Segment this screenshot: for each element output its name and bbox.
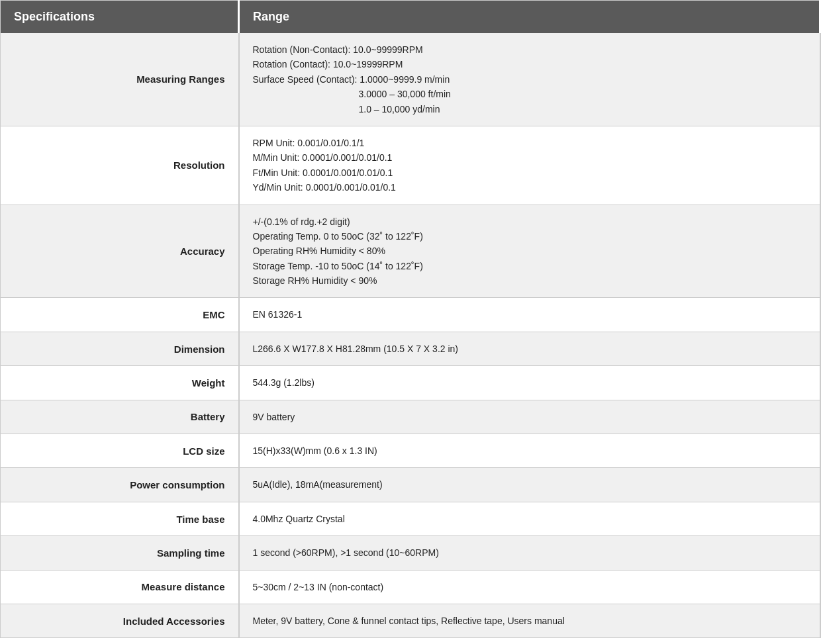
- spec-value: +/-(0.1% of rdg.+2 digit)Operating Temp.…: [239, 205, 820, 298]
- spec-value: 544.3g (1.2lbs): [239, 366, 820, 400]
- spec-value: 5~30cm / 2~13 IN (non-contact): [239, 570, 820, 604]
- table-row: ResolutionRPM Unit: 0.001/0.01/0.1/1M/Mi…: [1, 126, 820, 205]
- table-row: Measure distance5~30cm / 2~13 IN (non-co…: [1, 570, 820, 604]
- table-row: Included AccessoriesMeter, 9V battery, C…: [1, 604, 820, 637]
- table-row: DimensionL266.6 X W177.8 X H81.28mm (10.…: [1, 332, 820, 365]
- table-row: Sampling time1 second (>60RPM), >1 secon…: [1, 536, 820, 570]
- spec-label: Measure distance: [1, 570, 239, 604]
- table-row: Battery9V battery: [1, 400, 820, 434]
- spec-label: Measuring Ranges: [1, 33, 239, 126]
- header-specifications: Specifications: [1, 1, 239, 34]
- spec-label: Power consumption: [1, 468, 239, 502]
- spec-label: LCD size: [1, 434, 239, 468]
- spec-value: 9V battery: [239, 400, 820, 434]
- table-header-row: Specifications Range: [1, 1, 820, 34]
- table-row: Time base4.0Mhz Quartz Crystal: [1, 502, 820, 535]
- table-row: LCD size15(H)x33(W)mm (0.6 x 1.3 IN): [1, 434, 820, 468]
- spec-label: Included Accessories: [1, 604, 239, 637]
- spec-label: Dimension: [1, 332, 239, 365]
- spec-label: EMC: [1, 298, 239, 332]
- spec-value: 15(H)x33(W)mm (0.6 x 1.3 IN): [239, 434, 820, 468]
- spec-label: Resolution: [1, 126, 239, 205]
- table-row: Power consumption5uA(Idle), 18mA(measure…: [1, 468, 820, 502]
- spec-value: EN 61326-1: [239, 298, 820, 332]
- spec-value: RPM Unit: 0.001/0.01/0.1/1M/Min Unit: 0.…: [239, 126, 820, 205]
- spec-value: 1 second (>60RPM), >1 second (10~60RPM): [239, 536, 820, 570]
- header-range: Range: [239, 1, 820, 34]
- spec-value: Meter, 9V battery, Cone & funnel contact…: [239, 604, 820, 637]
- spec-value: L266.6 X W177.8 X H81.28mm (10.5 X 7 X 3…: [239, 332, 820, 365]
- spec-label: Sampling time: [1, 536, 239, 570]
- table-row: Accuracy+/-(0.1% of rdg.+2 digit)Operati…: [1, 205, 820, 298]
- spec-value: Rotation (Non-Contact): 10.0~99999RPMRot…: [239, 33, 820, 126]
- spec-value: 5uA(Idle), 18mA(measurement): [239, 468, 820, 502]
- spec-value: 4.0Mhz Quartz Crystal: [239, 502, 820, 535]
- spec-label: Time base: [1, 502, 239, 535]
- spec-label: Weight: [1, 366, 239, 400]
- spec-label: Accuracy: [1, 205, 239, 298]
- spec-label: Battery: [1, 400, 239, 434]
- specifications-table: Specifications Range Measuring RangesRot…: [0, 0, 821, 638]
- table-row: Measuring RangesRotation (Non-Contact): …: [1, 33, 820, 126]
- table-row: EMCEN 61326-1: [1, 298, 820, 332]
- table-row: Weight544.3g (1.2lbs): [1, 366, 820, 400]
